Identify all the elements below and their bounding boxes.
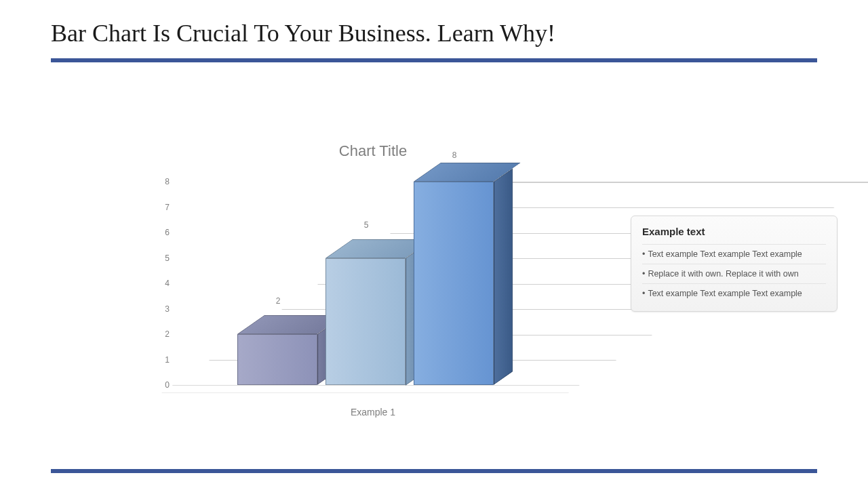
y-tick: 4 (165, 279, 170, 288)
data-label: 5 (364, 220, 369, 230)
y-tick: 0 (165, 380, 170, 390)
y-tick: 7 (165, 203, 170, 212)
textbox-title: Example text (642, 226, 826, 237)
data-label: 8 (452, 150, 457, 160)
y-tick: 3 (165, 304, 170, 314)
list-item: Replace it with own. Replace it with own (642, 264, 826, 283)
divider-bottom (51, 469, 817, 473)
chart-bars: 2 5 8 (237, 182, 576, 385)
data-label: 2 (276, 296, 281, 306)
list-item: Text example Text example Text example (642, 244, 826, 264)
page-title: Bar Chart Is Crucial To Your Business. L… (51, 19, 555, 47)
y-tick: 2 (165, 329, 170, 339)
textbox-list: Text example Text example Text example R… (642, 244, 826, 303)
y-tick: 8 (165, 177, 170, 186)
bar-chart: Chart Title 0 1 2 3 4 5 6 7 8 2 (142, 142, 604, 427)
y-tick: 6 (165, 228, 170, 237)
slide: Bar Chart Is Crucial To Your Business. L… (0, 0, 868, 488)
chart-title: Chart Title (142, 142, 604, 160)
x-axis-label: Example 1 (142, 407, 604, 418)
info-textbox: Example text Text example Text example T… (631, 216, 837, 312)
chart-floor (161, 385, 580, 393)
y-tick: 5 (165, 253, 170, 263)
list-item: Text example Text example Text example (642, 283, 826, 303)
y-axis: 0 1 2 3 4 5 6 7 8 (149, 182, 170, 385)
y-tick: 1 (165, 355, 170, 365)
divider-top (51, 58, 817, 62)
